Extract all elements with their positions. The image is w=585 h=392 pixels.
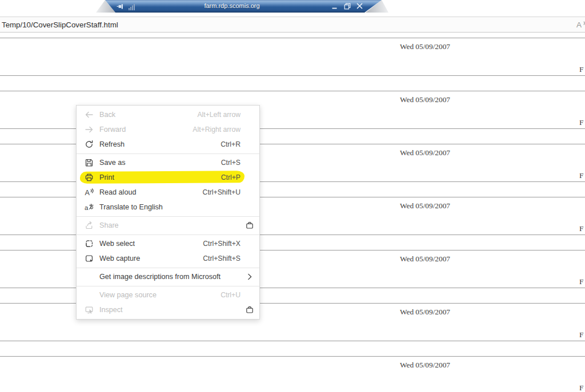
context-menu: Back Alt+Left arrow Forward Alt+Right ar… <box>76 105 260 320</box>
date-text: Wed 05/09/2007 <box>400 148 450 157</box>
menu-item-shortcut: Alt+Right arrow <box>193 126 241 134</box>
margin-letter: F <box>579 330 583 340</box>
menu-item-label: Forward <box>99 126 126 134</box>
cover-slip-section: Wed 05/09/2007 F <box>0 356 585 392</box>
svg-text:A: A <box>85 189 90 197</box>
margin-letter: F <box>579 171 583 180</box>
refresh-icon <box>85 140 94 149</box>
date-text: Wed 05/09/2007 <box>400 95 450 104</box>
margin-letter: F <box>579 224 583 233</box>
menu-item-shortcut: Ctrl+Shift+U <box>203 188 241 196</box>
inspect-icon <box>85 305 94 314</box>
read-aloud-icon: A <box>85 188 94 197</box>
svg-text:a: a <box>85 204 89 211</box>
margin-letter: F <box>579 277 583 286</box>
briefcase-icon <box>245 221 254 230</box>
translate-icon: a <box>85 203 94 212</box>
date-text: Wed 05/09/2007 <box>400 308 450 317</box>
margin-letter: F <box>579 383 583 392</box>
menu-item-refresh[interactable]: Refresh Ctrl+R <box>77 137 259 152</box>
read-aloud-icon[interactable]: A <box>575 19 585 30</box>
menu-item-forward[interactable]: Forward Alt+Right arrow <box>77 122 259 137</box>
menu-item-image-descriptions[interactable]: Get image descriptions from Microsoft <box>77 269 259 284</box>
menu-item-shortcut: Ctrl+P <box>221 173 241 181</box>
arrow-left-icon <box>85 110 94 119</box>
share-icon <box>85 221 94 230</box>
menu-item-view-page-source[interactable]: View page source Ctrl+U <box>77 288 259 302</box>
pin-icon[interactable] <box>117 2 125 13</box>
close-button[interactable] <box>356 2 363 10</box>
chevron-right-icon <box>245 272 254 281</box>
menu-item-web-capture[interactable]: Web capture Ctrl+Shift+S <box>77 251 259 266</box>
menu-item-shortcut: Ctrl+S <box>221 159 241 167</box>
menu-item-web-select[interactable]: Web select Ctrl+Shift+X <box>77 236 259 251</box>
menu-item-save-as[interactable]: Save as Ctrl+S <box>77 155 259 170</box>
menu-item-inspect[interactable]: Inspect <box>77 302 259 317</box>
date-text: Wed 05/09/2007 <box>400 42 450 51</box>
printer-icon <box>85 173 94 182</box>
empty-icon-slot <box>85 290 94 300</box>
menu-item-label: Print <box>99 173 114 181</box>
menu-separator <box>77 286 259 286</box>
page-path: Temp/10/CoverSlipCoverStaff.html <box>2 21 118 29</box>
menu-item-label: Share <box>99 221 119 229</box>
menu-item-shortcut: Ctrl+Shift+S <box>203 254 241 262</box>
menu-separator <box>77 153 259 154</box>
menu-item-label: Read aloud <box>99 188 136 196</box>
web-select-icon <box>85 239 94 248</box>
menu-item-label: Inspect <box>99 306 123 314</box>
address-bar[interactable]: Temp/10/CoverSlipCoverStaff.html A <box>0 17 585 33</box>
menu-item-translate[interactable]: a Translate to English <box>77 200 259 215</box>
empty-icon-slot <box>85 272 94 281</box>
arrow-right-icon <box>85 125 94 134</box>
menu-item-label: View page source <box>99 291 157 299</box>
menu-separator <box>77 235 259 235</box>
menu-item-label: Refresh <box>99 140 125 148</box>
menu-item-label: Web capture <box>99 254 140 262</box>
menu-item-share[interactable]: Share <box>77 218 259 233</box>
menu-item-read-aloud[interactable]: A Read aloud Ctrl+Shift+U <box>77 185 259 200</box>
menu-item-print[interactable]: Print Ctrl+P <box>77 170 259 185</box>
signal-strength-icon <box>129 2 136 13</box>
save-as-icon <box>85 158 94 167</box>
menu-item-shortcut: Ctrl+U <box>221 291 241 299</box>
restore-button[interactable] <box>343 2 351 10</box>
menu-item-back[interactable]: Back Alt+Left arrow <box>77 107 259 122</box>
menu-item-label: Web select <box>99 240 135 248</box>
menu-item-label: Translate to English <box>99 203 163 211</box>
menu-item-label: Back <box>99 111 115 119</box>
rdp-connection-bar: farm.rdp.scomis.org <box>0 0 585 15</box>
briefcase-icon <box>245 305 254 314</box>
date-text: Wed 05/09/2007 <box>400 201 450 211</box>
rdp-bar-body[interactable]: farm.rdp.scomis.org <box>105 0 382 13</box>
menu-item-label: Get image descriptions from Microsoft <box>99 273 221 281</box>
menu-separator <box>77 268 259 268</box>
cover-slip-section: Wed 05/09/2007 F <box>0 38 585 76</box>
margin-letter: F <box>579 65 583 74</box>
minimize-button[interactable] <box>331 2 338 10</box>
margin-letter: F <box>579 118 583 127</box>
menu-item-shortcut: Ctrl+R <box>221 140 241 148</box>
web-capture-icon <box>85 254 94 263</box>
date-text: Wed 05/09/2007 <box>400 361 450 370</box>
menu-item-shortcut: Ctrl+Shift+X <box>203 240 241 248</box>
date-text: Wed 05/09/2007 <box>400 254 450 264</box>
svg-text:A: A <box>576 21 582 29</box>
menu-separator <box>77 216 259 217</box>
menu-item-shortcut: Alt+Left arrow <box>197 111 241 119</box>
menu-item-label: Save as <box>99 159 126 167</box>
